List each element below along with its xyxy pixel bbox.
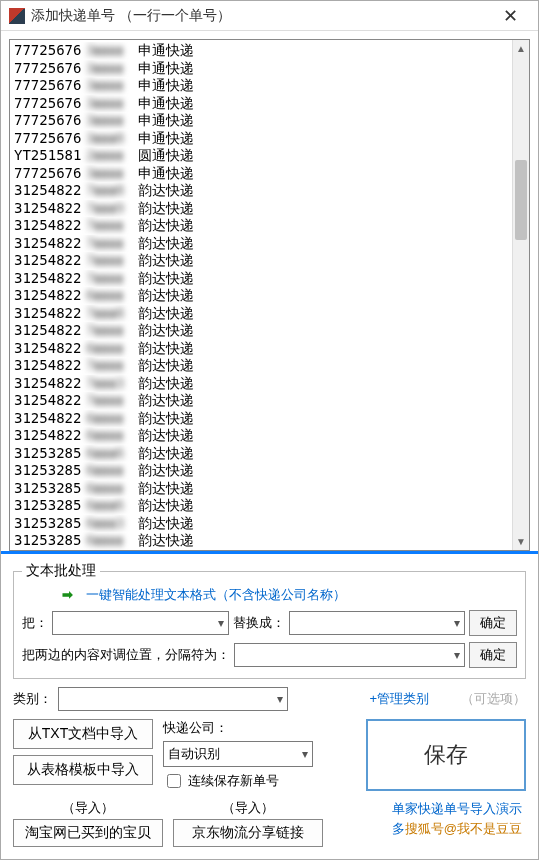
replace-to-label: 替换成： [233, 614, 285, 632]
company-combo[interactable]: 自动识别 [163, 741, 313, 767]
category-combo[interactable] [58, 687, 288, 711]
list-item[interactable]: 777256763▮▮▮▮申通快递 [14, 112, 507, 130]
list-item[interactable]: 312548226▮▮▮▮韵达快递 [14, 340, 507, 358]
tracking-number-list[interactable]: 777256763▮▮▮▮申通快递777256763▮▮▮▮申通快递777256… [9, 39, 530, 551]
list-item[interactable]: 777256763▮▮▮▮申通快递 [14, 77, 507, 95]
list-item[interactable]: 312532856▮▮▮3韵达快递 [14, 550, 507, 551]
list-item[interactable]: 312548227▮▮▮▮韵达快递 [14, 392, 507, 410]
scrollbar[interactable]: ▲ ▼ [512, 40, 529, 550]
list-item[interactable]: 312532856▮▮▮6韵达快递 [14, 445, 507, 463]
smart-format-link[interactable]: 一键智能处理文本格式（不含快递公司名称） [86, 587, 346, 602]
category-optional: （可选项） [461, 690, 526, 708]
list-item[interactable]: 312548226▮▮▮▮韵达快递 [14, 410, 507, 428]
list-content: 777256763▮▮▮▮申通快递777256763▮▮▮▮申通快递777256… [10, 40, 511, 550]
import-section: 从TXT文档中导入 从表格模板中导入 快递公司： 自动识别 连续保存新单号 保存 [13, 719, 526, 791]
company-value: 自动识别 [168, 745, 220, 763]
close-button[interactable]: ✕ [490, 5, 530, 27]
import-jd-button[interactable]: 京东物流分享链接 [173, 819, 323, 847]
scroll-thumb[interactable] [515, 160, 527, 240]
import-label-2: （导入） [222, 799, 274, 817]
sohu-tag: 搜狐号 [405, 821, 444, 836]
sohu-handle: @我不是豆豆 [444, 821, 522, 836]
scroll-down-icon[interactable]: ▼ [513, 533, 529, 550]
app-icon [9, 8, 25, 24]
window-title: 添加快递单号 （一行一个单号） [31, 7, 490, 25]
swap-label: 把两边的内容对调位置，分隔符为： [22, 646, 230, 664]
footer-row: （导入） 淘宝网已买到的宝贝 （导入） 京东物流分享链接 单家快递单号导入演示 … [13, 799, 526, 847]
list-item[interactable]: 777256763▮▮▮▮申通快递 [14, 42, 507, 60]
replace-to-combo[interactable] [289, 611, 466, 635]
manage-category-link[interactable]: +管理类别 [369, 690, 429, 708]
list-item[interactable]: 777256763▮▮▮▮申通快递 [14, 60, 507, 78]
list-item[interactable]: 312548227▮▮▮3韵达快递 [14, 375, 507, 393]
list-item[interactable]: 312532856▮▮▮3韵达快递 [14, 515, 507, 533]
list-item[interactable]: YT2515812▮▮▮▮圆通快递 [14, 147, 507, 165]
replace-from-combo[interactable] [52, 611, 229, 635]
list-item[interactable]: 312548227▮▮▮8韵达快递 [14, 305, 507, 323]
category-label: 类别： [13, 690, 52, 708]
list-item[interactable]: 312548227▮▮▮▮韵达快递 [14, 252, 507, 270]
list-item[interactable]: 777256763▮▮▮▮申通快递 [14, 165, 507, 183]
window: 添加快递单号 （一行一个单号） ✕ 777256763▮▮▮▮申通快递77725… [0, 0, 539, 860]
scroll-up-icon[interactable]: ▲ [513, 40, 529, 57]
continuous-label: 连续保存新单号 [188, 772, 279, 790]
list-item[interactable]: 312548227▮▮▮▮韵达快递 [14, 357, 507, 375]
swap-confirm-button[interactable]: 确定 [469, 642, 517, 668]
list-item[interactable]: 312548226▮▮▮▮韵达快递 [14, 427, 507, 445]
list-item[interactable]: 312548227▮▮▮9韵达快递 [14, 200, 507, 218]
footer-links: 单家快递单号导入演示 多搜狐号@我不是豆豆 [333, 799, 526, 838]
import-sheet-button[interactable]: 从表格模板中导入 [13, 755, 153, 785]
demo-multi-prefix[interactable]: 多 [392, 821, 405, 836]
replace-from-label: 把： [22, 614, 48, 632]
demo-single-link[interactable]: 单家快递单号导入演示 [392, 801, 522, 816]
list-item[interactable]: 312548227▮▮▮▮韵达快递 [14, 217, 507, 235]
list-item[interactable]: 312532856▮▮▮▮韵达快递 [14, 462, 507, 480]
controls-panel: 文本批处理 ➡ 一键智能处理文本格式（不含快递公司名称） 把： 替换成： 确定 … [1, 554, 538, 859]
list-item[interactable]: 312532856▮▮▮▮韵达快递 [14, 480, 507, 498]
list-item[interactable]: 777256763▮▮▮8申通快递 [14, 130, 507, 148]
continuous-save-row[interactable]: 连续保存新单号 [163, 771, 360, 791]
save-button[interactable]: 保存 [366, 719, 526, 791]
list-item[interactable]: 312532856▮▮▮6韵达快递 [14, 497, 507, 515]
import-txt-button[interactable]: 从TXT文档中导入 [13, 719, 153, 749]
replace-confirm-button[interactable]: 确定 [469, 610, 517, 636]
titlebar: 添加快递单号 （一行一个单号） ✕ [1, 1, 538, 31]
batch-legend: 文本批处理 [22, 562, 100, 580]
arrow-icon: ➡ [62, 587, 82, 602]
swap-delimiter-combo[interactable] [234, 643, 465, 667]
import-taobao-button[interactable]: 淘宝网已买到的宝贝 [13, 819, 163, 847]
list-item[interactable]: 312548227▮▮▮8韵达快递 [14, 182, 507, 200]
list-item[interactable]: 312532856▮▮▮▮韵达快递 [14, 532, 507, 550]
company-label: 快递公司： [163, 719, 360, 737]
list-item[interactable]: 312548227▮▮▮▮韵达快递 [14, 270, 507, 288]
list-item[interactable]: 312548226▮▮▮▮韵达快递 [14, 287, 507, 305]
list-item[interactable]: 312548227▮▮▮▮韵达快递 [14, 235, 507, 253]
batch-fieldset: 文本批处理 ➡ 一键智能处理文本格式（不含快递公司名称） 把： 替换成： 确定 … [13, 562, 526, 679]
list-item[interactable]: 777256763▮▮▮▮申通快递 [14, 95, 507, 113]
category-row: 类别： +管理类别 （可选项） [13, 687, 526, 711]
list-item[interactable]: 312548227▮▮▮▮韵达快递 [14, 322, 507, 340]
continuous-checkbox[interactable] [167, 774, 181, 788]
import-label-1: （导入） [62, 799, 114, 817]
